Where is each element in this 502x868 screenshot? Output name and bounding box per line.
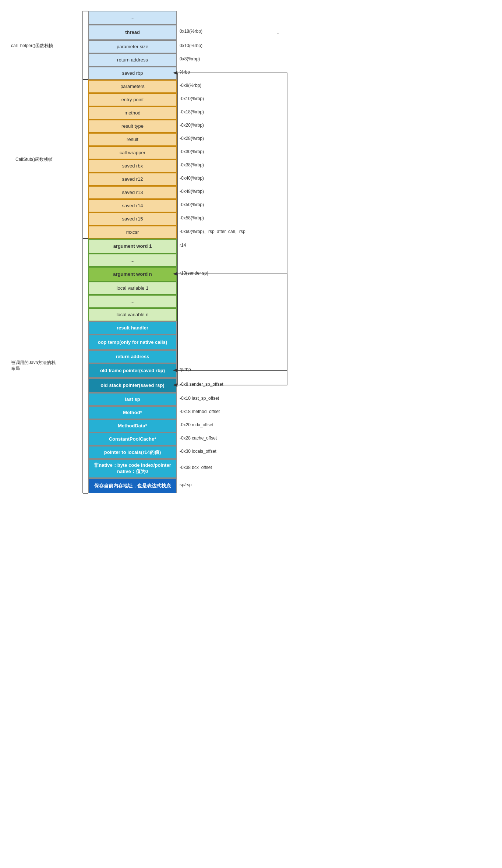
stack-row-local-var-1: local variable 1 xyxy=(88,281,177,294)
annotation-ann-neg38: -0x38(%rbp) xyxy=(180,162,204,167)
stack-row-entry-point: entry point xyxy=(88,93,177,106)
stack-row-saved-r14: saved r14 xyxy=(88,199,177,212)
stack-row-pointer-to-locals: pointer to locals(r14的值) xyxy=(88,445,177,459)
stack-row-return-address-bottom: return address xyxy=(88,350,177,363)
annotation-ann-neg20-mdx: -0x20 mdx_offset xyxy=(180,422,213,427)
stack-row-saved-rbx: saved rbx xyxy=(88,159,177,172)
annotation-ann-neg60: -0x60(%rbp)、rsp_after_call、rsp xyxy=(180,229,245,235)
stack-row-call-wrapper: call wrapper xyxy=(88,146,177,159)
svg-text:布局: 布局 xyxy=(11,366,20,371)
annotation-ann-neg18-method: -0x18 method_offset xyxy=(180,409,220,414)
stack-row-result-type: result type xyxy=(88,119,177,133)
stack-row-saved-r15: saved r15 xyxy=(88,212,177,225)
svg-text:被调用的Java方法的栈: 被调用的Java方法的栈 xyxy=(11,360,56,365)
stack-row-return-address-top: return address xyxy=(88,53,177,66)
annotation-ann-0x8: 0x8(%rbp) xyxy=(180,56,200,61)
svg-rect-17 xyxy=(177,274,287,385)
stack-row-old-frame-ptr: old frame pointer(saved rbp) xyxy=(88,363,177,378)
annotation-ann-r13: r13(sender sp) xyxy=(180,271,208,276)
annotation-ann-neg8: -0x8(%rbp) xyxy=(180,83,201,88)
annotation-ann-neg10: -0x10(%rbp) xyxy=(180,96,204,101)
stack-row-thread: thread xyxy=(88,24,177,40)
stack-row-oop-temp: oop temp(only for native calls) xyxy=(88,334,177,350)
stack-row-local-var-n: local variable n xyxy=(88,308,177,321)
arrow-down-icon: ↓ xyxy=(277,29,279,35)
annotation-ann-neg38-bcx: -0x38 bcx_offset xyxy=(180,465,212,470)
stack-row-save-expr-stack: 保存当前内存地址，也是表达式栈底 xyxy=(88,478,177,493)
stack-row-constantpoolcache-star: ConstantPoolCache* xyxy=(88,432,177,445)
stack-row-result-handler: result handler xyxy=(88,321,177,334)
annotation-ann-neg8-sender: -0x8 sender_sp_offset xyxy=(180,382,223,387)
stack-row-mxcsr: mxcsr xyxy=(88,225,177,239)
svg-rect-14 xyxy=(177,73,287,370)
annotation-ann-0x18: 0x18(%rbp) xyxy=(180,29,202,34)
stack-row-last-sp: last sp xyxy=(88,392,177,406)
annotation-ann-neg40: -0x40(%rbp) xyxy=(180,176,204,181)
stack-row-arg-word-1: argument word 1 xyxy=(88,239,177,253)
stack-row-ellipsis-top: ... xyxy=(88,11,177,24)
annotation-ann-neg30-locals: -0x30 locals_offset xyxy=(180,449,216,454)
svg-text:call_helper()函数栈帧: call_helper()函数栈帧 xyxy=(11,43,53,48)
annotation-ann-neg10-last: -0x10 last_sp_offset xyxy=(180,396,219,401)
stack-row-saved-rbp: saved rbp xyxy=(88,66,177,80)
stack-row-saved-r12: saved r12 xyxy=(88,172,177,186)
svg-text:CallStub()函数栈帧: CallStub()函数栈帧 xyxy=(15,157,53,162)
stack-row-methoddata-star: MethodData* xyxy=(88,419,177,432)
stack-row-parameter-size: parameter size xyxy=(88,40,177,53)
stack-row-parameters: parameters xyxy=(88,80,177,93)
stack-row-method-star: Method* xyxy=(88,406,177,419)
annotation-ann-neg50: -0x50(%rbp) xyxy=(180,202,204,207)
stack-row-ellipsis-locals: ... xyxy=(88,294,177,308)
main-container: ↓ ...threadparameter sizereturn addresss… xyxy=(0,0,502,868)
stack-row-result: result xyxy=(88,133,177,146)
stack-row-saved-r13: saved r13 xyxy=(88,186,177,199)
annotation-ann-rbp: %rbp xyxy=(180,70,190,75)
stack-row-ellipsis-args: ... xyxy=(88,253,177,267)
annotation-ann-neg20: -0x20(%rbp) xyxy=(180,123,204,128)
annotation-ann-0x10: 0x10(%rbp) xyxy=(180,43,202,48)
annotation-ann-neg18: -0x18(%rbp) xyxy=(180,109,204,114)
stack-row-non-native: 非native：byte code index/pointer native：值… xyxy=(88,459,177,478)
annotation-ann-neg28-cache: -0x28 cache_offset xyxy=(180,435,217,441)
annotation-ann-r14: r14 xyxy=(180,243,186,248)
stack-row-method: method xyxy=(88,106,177,119)
annotation-ann-neg48: -0x48(%rbp) xyxy=(180,189,204,194)
annotation-ann-neg30: -0x30(%rbp) xyxy=(180,149,204,154)
annotation-ann-neg58: -0x58(%rbp) xyxy=(180,215,204,220)
annotation-ann-neg28: -0x28(%rbp) xyxy=(180,136,204,141)
annotation-ann-fprbp: fp/rbp xyxy=(180,367,191,372)
annotation-ann-sprsp: sp/rsp xyxy=(180,482,192,487)
stack-row-arg-word-n: argument word n xyxy=(88,267,177,281)
stack-row-old-stack-ptr: old stack pointer(saved rsp) xyxy=(88,378,177,392)
